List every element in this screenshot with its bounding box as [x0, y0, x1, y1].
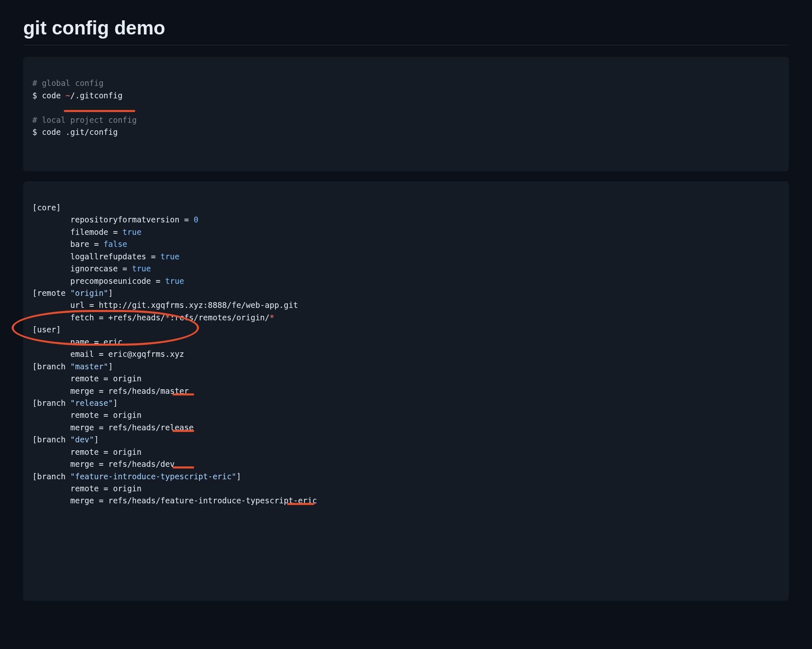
- branch-dev-merge-val: refs/heads/dev: [108, 459, 175, 468]
- core-filemode-val: true: [122, 227, 141, 237]
- branch-feat-pre: [branch: [32, 472, 71, 481]
- user-email-val: eric@xgqfrms.xyz: [108, 349, 184, 359]
- remote-url-key: url =: [71, 300, 99, 310]
- core-bare-val: false: [104, 239, 127, 249]
- cmd-local-path: .git/config: [66, 127, 118, 137]
- remote-header-post: ]: [108, 288, 113, 298]
- user-header: [user]: [32, 325, 61, 334]
- cmd-global-prefix: $ code: [32, 91, 66, 100]
- remote-fetch-pre: +refs/heads/: [108, 313, 165, 322]
- codeblock-gitconfig: [core] repositoryformatversion = 0 filem…: [23, 181, 789, 601]
- branch-feat-name: "feature-introduce-typescript-eric": [71, 472, 236, 481]
- remote-fetch-star1: *: [165, 313, 170, 322]
- branch-master-post: ]: [108, 362, 113, 371]
- cmd-global-path: /.gitconfig: [71, 91, 123, 100]
- cmd-local-prefix: $ code: [32, 127, 66, 137]
- user-email-key: email =: [71, 349, 109, 359]
- branch-dev-remote: remote = origin: [71, 447, 142, 456]
- remote-fetch-mid: :refs/remotes/origin/: [170, 313, 270, 322]
- user-name-val: eric: [104, 337, 123, 346]
- branch-feat-remote: remote = origin: [71, 484, 142, 493]
- core-repoformat-key: repositoryformatversion =: [71, 215, 194, 224]
- user-name-key: name =: [71, 337, 104, 346]
- core-header: [core]: [32, 203, 61, 212]
- core-logallref-val: true: [160, 252, 180, 261]
- codeblock-shell: # global config $ code ~/.gitconfig # lo…: [23, 57, 789, 171]
- branch-master-merge-val: refs/heads/master: [108, 386, 189, 395]
- branch-release-post: ]: [113, 398, 117, 407]
- core-logallref-key: logallrefupdates =: [71, 252, 160, 261]
- branch-release-merge-key: merge =: [71, 423, 109, 432]
- branch-master-pre: [branch: [32, 362, 71, 371]
- core-precompose-key: precomposeunicode =: [71, 276, 165, 285]
- branch-release-name: "release": [71, 398, 113, 407]
- branch-master-name: "master": [71, 362, 109, 371]
- comment-local: # local project config: [32, 115, 137, 124]
- branch-feat-merge-val: refs/heads/feature-introduce-typescript-…: [108, 496, 317, 505]
- branch-master-remote: remote = origin: [71, 374, 142, 383]
- branch-feat-merge-key: merge =: [71, 496, 109, 505]
- document-page: git config demo # global config $ code ~…: [0, 0, 812, 644]
- remote-header-pre: [remote: [32, 288, 71, 298]
- remote-fetch-star2: *: [270, 313, 274, 322]
- remote-header-name: "origin": [71, 288, 109, 298]
- branch-release-remote: remote = origin: [71, 410, 142, 420]
- branch-master-merge-key: merge =: [71, 386, 109, 395]
- core-ignorecase-key: ignorecase =: [71, 264, 132, 273]
- core-repoformat-val: 0: [194, 215, 198, 224]
- annotation-underline-dev: [173, 466, 194, 468]
- comment-global: # global config: [32, 78, 104, 88]
- remote-fetch-key: fetch =: [71, 313, 109, 322]
- core-bare-key: bare =: [71, 239, 104, 249]
- branch-release-merge-val: refs/heads/release: [108, 423, 194, 432]
- branch-dev-name: "dev": [71, 435, 94, 444]
- core-ignorecase-val: true: [132, 264, 151, 273]
- branch-dev-merge-key: merge =: [71, 459, 109, 468]
- core-filemode-key: filemode =: [71, 227, 123, 237]
- page-title: git config demo: [23, 17, 789, 45]
- remote-url-val: http://git.xgqfrms.xyz:8888/fe/web-app.g…: [99, 300, 298, 310]
- branch-release-pre: [branch: [32, 398, 71, 407]
- annotation-underline-local: [64, 110, 135, 112]
- core-precompose-val: true: [165, 276, 184, 285]
- tilde-op: ~: [66, 91, 70, 100]
- branch-dev-pre: [branch: [32, 435, 71, 444]
- branch-feat-post: ]: [236, 472, 241, 481]
- branch-dev-post: ]: [94, 435, 99, 444]
